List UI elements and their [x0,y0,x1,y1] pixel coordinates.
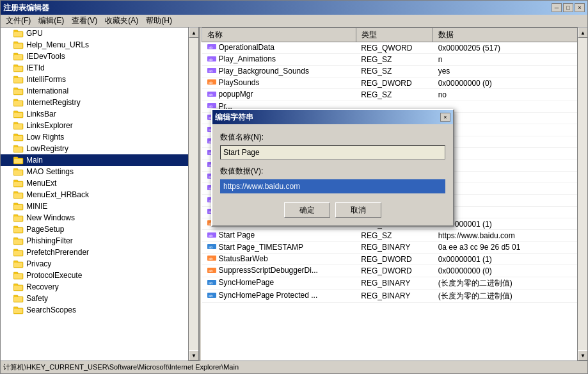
dialog-cancel-button[interactable]: 取消 [335,202,381,218]
field-name-label: 数值名称(N): [220,132,445,143]
dialog-title-text: 编辑字符串 [215,112,253,123]
field-data-label: 数值数据(V): [220,166,445,177]
field-data-input[interactable] [220,179,445,193]
dialog-ok-button[interactable]: 确定 [284,202,330,218]
dialog-body: 数值名称(N): 数值数据(V): 确定 取消 [212,124,453,225]
field-name-input[interactable] [220,145,445,159]
dialog-title-buttons: × [440,113,450,122]
dialog-close-button[interactable]: × [440,113,450,122]
dialog-buttons: 确定 取消 [220,202,445,218]
edit-string-dialog: 编辑字符串 × 数值名称(N): 数值数据(V): 确定 取消 [211,109,454,227]
dialog-overlay: 编辑字符串 × 数值名称(N): 数值数据(V): 确定 取消 [0,0,588,374]
dialog-title-bar: 编辑字符串 × [212,110,453,124]
